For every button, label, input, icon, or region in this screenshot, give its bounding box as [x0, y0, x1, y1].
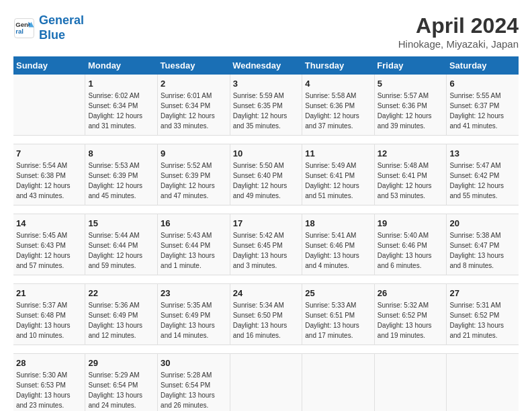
day-info: Sunrise: 5:59 AM Sunset: 6:35 PM Dayligh… — [233, 91, 300, 131]
day-info: Sunrise: 5:49 AM Sunset: 6:41 PM Dayligh… — [305, 161, 371, 201]
calendar-cell: 18Sunrise: 5:41 AM Sunset: 6:46 PM Dayli… — [302, 214, 375, 275]
column-header-sunday: Sunday — [13, 56, 85, 75]
spacer-cell — [13, 345, 519, 354]
day-number: 13 — [449, 148, 516, 158]
day-number: 10 — [233, 148, 300, 158]
day-number: 6 — [449, 79, 516, 89]
day-info: Sunrise: 5:42 AM Sunset: 6:45 PM Dayligh… — [233, 230, 300, 271]
day-info: Sunrise: 5:28 AM Sunset: 6:54 PM Dayligh… — [161, 370, 227, 410]
day-number: 25 — [305, 288, 371, 298]
calendar-cell: 1Sunrise: 6:02 AM Sunset: 6:34 PM Daylig… — [85, 75, 158, 136]
calendar-cell: 4Sunrise: 5:58 AM Sunset: 6:36 PM Daylig… — [302, 75, 375, 136]
day-number: 5 — [378, 79, 444, 89]
logo-text: General Blue — [39, 13, 84, 42]
row-spacer — [13, 345, 519, 354]
day-info: Sunrise: 5:43 AM Sunset: 6:44 PM Dayligh… — [161, 230, 227, 271]
calendar-cell — [447, 354, 519, 412]
day-info: Sunrise: 5:29 AM Sunset: 6:54 PM Dayligh… — [88, 370, 154, 410]
day-info: Sunrise: 5:48 AM Sunset: 6:41 PM Dayligh… — [378, 161, 444, 201]
day-number: 7 — [16, 148, 82, 158]
day-number: 16 — [161, 218, 227, 228]
calendar-cell: 5Sunrise: 5:57 AM Sunset: 6:36 PM Daylig… — [374, 75, 447, 136]
calendar-cell: 27Sunrise: 5:31 AM Sunset: 6:52 PM Dayli… — [447, 284, 519, 345]
row-spacer — [13, 275, 519, 284]
column-header-monday: Monday — [85, 56, 158, 75]
calendar-cell — [230, 354, 302, 412]
calendar-cell: 24Sunrise: 5:34 AM Sunset: 6:50 PM Dayli… — [230, 284, 302, 345]
title-block: April 2024 Hinokage, Miyazaki, Japan — [398, 13, 519, 50]
day-info: Sunrise: 5:34 AM Sunset: 6:50 PM Dayligh… — [233, 300, 300, 340]
day-number: 20 — [449, 218, 516, 228]
logo-icon: Gene ral — [13, 17, 35, 39]
calendar-cell — [374, 354, 447, 412]
day-number: 21 — [16, 288, 82, 298]
week-row-5: 28Sunrise: 5:30 AM Sunset: 6:53 PM Dayli… — [13, 354, 519, 412]
calendar-cell: 2Sunrise: 6:01 AM Sunset: 6:34 PM Daylig… — [158, 75, 230, 136]
calendar-cell: 21Sunrise: 5:37 AM Sunset: 6:48 PM Dayli… — [13, 284, 85, 345]
spacer-cell — [13, 136, 519, 144]
day-number: 27 — [449, 288, 516, 298]
day-info: Sunrise: 6:01 AM Sunset: 6:34 PM Dayligh… — [161, 91, 227, 131]
day-info: Sunrise: 5:36 AM Sunset: 6:49 PM Dayligh… — [88, 300, 154, 340]
calendar-cell: 28Sunrise: 5:30 AM Sunset: 6:53 PM Dayli… — [13, 354, 85, 412]
main-title: April 2024 — [398, 13, 519, 38]
day-info: Sunrise: 5:50 AM Sunset: 6:40 PM Dayligh… — [233, 161, 300, 201]
day-info: Sunrise: 5:58 AM Sunset: 6:36 PM Dayligh… — [305, 91, 371, 131]
day-number: 9 — [161, 148, 227, 158]
row-spacer — [13, 136, 519, 144]
header: Gene ral General Blue April 2024 Hinokag… — [13, 13, 519, 50]
day-number: 23 — [161, 288, 227, 298]
day-number: 8 — [88, 148, 154, 158]
calendar-cell: 23Sunrise: 5:35 AM Sunset: 6:49 PM Dayli… — [158, 284, 230, 345]
day-info: Sunrise: 5:40 AM Sunset: 6:46 PM Dayligh… — [378, 230, 444, 271]
header-row: SundayMondayTuesdayWednesdayThursdayFrid… — [13, 56, 519, 75]
calendar-cell: 26Sunrise: 5:32 AM Sunset: 6:52 PM Dayli… — [374, 284, 447, 345]
subtitle: Hinokage, Miyazaki, Japan — [398, 38, 519, 50]
calendar-cell — [13, 75, 85, 136]
day-number: 26 — [378, 288, 444, 298]
day-info: Sunrise: 5:57 AM Sunset: 6:36 PM Dayligh… — [378, 91, 444, 131]
day-number: 28 — [16, 358, 82, 368]
day-info: Sunrise: 6:02 AM Sunset: 6:34 PM Dayligh… — [88, 91, 154, 131]
week-row-2: 7Sunrise: 5:54 AM Sunset: 6:38 PM Daylig… — [13, 144, 519, 205]
logo: Gene ral General Blue — [13, 13, 84, 42]
calendar-cell: 30Sunrise: 5:28 AM Sunset: 6:54 PM Dayli… — [158, 354, 230, 412]
day-info: Sunrise: 5:31 AM Sunset: 6:52 PM Dayligh… — [449, 300, 516, 340]
day-number: 4 — [305, 79, 371, 89]
day-info: Sunrise: 5:30 AM Sunset: 6:53 PM Dayligh… — [16, 370, 82, 410]
day-info: Sunrise: 5:47 AM Sunset: 6:42 PM Dayligh… — [449, 161, 516, 201]
calendar-cell: 7Sunrise: 5:54 AM Sunset: 6:38 PM Daylig… — [13, 144, 85, 205]
column-header-tuesday: Tuesday — [158, 56, 230, 75]
calendar-cell: 16Sunrise: 5:43 AM Sunset: 6:44 PM Dayli… — [158, 214, 230, 275]
calendar-cell: 25Sunrise: 5:33 AM Sunset: 6:51 PM Dayli… — [302, 284, 375, 345]
calendar-cell — [302, 354, 375, 412]
spacer-cell — [13, 205, 519, 214]
calendar-cell: 12Sunrise: 5:48 AM Sunset: 6:41 PM Dayli… — [374, 144, 447, 205]
logo-general: General — [39, 13, 84, 27]
day-info: Sunrise: 5:44 AM Sunset: 6:44 PM Dayligh… — [88, 230, 154, 271]
svg-text:ral: ral — [15, 28, 24, 35]
day-number: 29 — [88, 358, 154, 368]
column-header-friday: Friday — [374, 56, 447, 75]
calendar-cell: 13Sunrise: 5:47 AM Sunset: 6:42 PM Dayli… — [447, 144, 519, 205]
day-number: 15 — [88, 218, 154, 228]
day-info: Sunrise: 5:55 AM Sunset: 6:37 PM Dayligh… — [449, 91, 516, 131]
day-number: 3 — [233, 79, 300, 89]
calendar-cell: 3Sunrise: 5:59 AM Sunset: 6:35 PM Daylig… — [230, 75, 302, 136]
day-info: Sunrise: 5:38 AM Sunset: 6:47 PM Dayligh… — [449, 230, 516, 271]
column-header-thursday: Thursday — [302, 56, 375, 75]
column-header-saturday: Saturday — [447, 56, 519, 75]
day-number: 14 — [16, 218, 82, 228]
day-number: 24 — [233, 288, 300, 298]
column-header-wednesday: Wednesday — [230, 56, 302, 75]
day-number: 1 — [88, 79, 154, 89]
calendar-table: SundayMondayTuesdayWednesdayThursdayFrid… — [13, 56, 519, 411]
day-number: 18 — [305, 218, 371, 228]
logo-blue: Blue — [39, 28, 65, 42]
calendar-cell: 20Sunrise: 5:38 AM Sunset: 6:47 PM Dayli… — [447, 214, 519, 275]
day-info: Sunrise: 5:52 AM Sunset: 6:39 PM Dayligh… — [161, 161, 227, 201]
day-number: 19 — [378, 218, 444, 228]
week-row-1: 1Sunrise: 6:02 AM Sunset: 6:34 PM Daylig… — [13, 75, 519, 136]
day-number: 11 — [305, 148, 371, 158]
calendar-cell: 9Sunrise: 5:52 AM Sunset: 6:39 PM Daylig… — [158, 144, 230, 205]
